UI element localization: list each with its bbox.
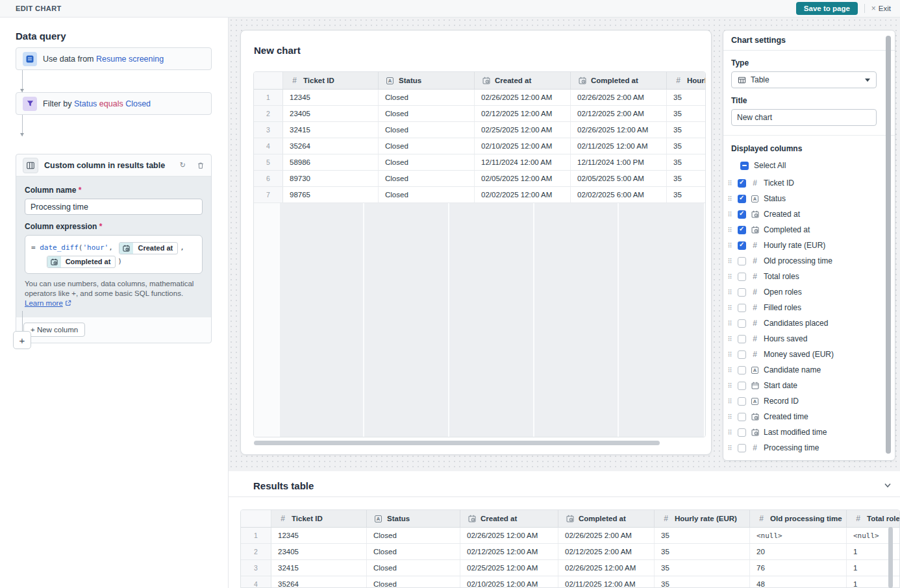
table-row[interactable]: 6 89730 Closed 02/05/2025 12:00 AM 02/05… xyxy=(254,171,705,187)
column-checkbox[interactable] xyxy=(738,273,746,281)
table-row[interactable]: 2 23405 Closed 02/12/2025 12:00 AM 02/12… xyxy=(254,106,705,122)
column-checkbox[interactable] xyxy=(738,428,746,437)
header-completed-at[interactable]: Completed at xyxy=(558,510,655,527)
column-toggle-row[interactable]: ⠿ Start date xyxy=(723,378,895,393)
column-toggle-row[interactable]: ⠿ # Candidates placed xyxy=(723,315,895,331)
column-toggle-row[interactable]: ⠿ A Candidate name xyxy=(723,362,895,378)
column-toggle-row[interactable]: ⠿ Last modified time xyxy=(723,424,895,440)
column-checkbox[interactable] xyxy=(738,195,746,203)
column-checkbox[interactable] xyxy=(738,413,746,421)
column-checkbox[interactable] xyxy=(738,179,746,188)
header-created-at[interactable]: Created at xyxy=(475,72,571,89)
column-toggle-row[interactable]: ⠿ # Ticket ID xyxy=(723,175,895,191)
table-row[interactable]: 4 35264 Closed 02/10/2025 12:00 AM 02/11… xyxy=(254,138,705,154)
column-checkbox[interactable] xyxy=(738,382,746,390)
column-toggle-row[interactable]: ⠿ A Record ID xyxy=(723,393,895,409)
table-row[interactable]: 3 32415 Closed 02/25/2025 12:00 AM 02/26… xyxy=(254,122,705,138)
header-created-at[interactable]: Created at xyxy=(460,510,558,527)
text-icon: A xyxy=(373,515,383,522)
drag-handle-icon[interactable]: ⠿ xyxy=(726,398,734,405)
column-checkbox[interactable] xyxy=(738,397,746,406)
drag-handle-icon[interactable]: ⠿ xyxy=(726,351,734,358)
column-toggle-row[interactable]: ⠿ Created at xyxy=(723,206,895,222)
header-completed-at[interactable]: Completed at xyxy=(571,72,667,89)
drag-handle-icon[interactable]: ⠿ xyxy=(726,273,734,280)
column-name-input[interactable] xyxy=(25,199,203,215)
drag-handle-icon[interactable]: ⠿ xyxy=(726,289,734,296)
settings-scrollbar[interactable] xyxy=(886,36,891,454)
filter-step-card[interactable]: Filter by Status equals Closed xyxy=(16,92,212,115)
header-status[interactable]: AStatus xyxy=(379,72,475,89)
table-row[interactable]: 5 58986 Closed 12/11/2024 12:00 AM 12/11… xyxy=(254,154,705,171)
header-hourly-rate[interactable]: #Hourly rate (EUR) xyxy=(667,72,706,89)
source-step-card[interactable]: Use data from Resume screening xyxy=(16,47,212,70)
add-step-button[interactable]: + xyxy=(13,331,31,349)
column-toggle-row[interactable]: ⠿ # Filled roles xyxy=(723,300,895,315)
refresh-icon[interactable]: ↻ xyxy=(180,161,186,169)
drag-handle-icon[interactable]: ⠿ xyxy=(726,445,734,452)
table-row[interactable]: 7 98765 Closed 02/02/2025 12:00 AM 02/02… xyxy=(254,187,705,203)
table-row[interactable]: 3 32415 Closed 02/25/2025 12:00 AM 02/26… xyxy=(241,560,899,576)
horizontal-scrollbar[interactable] xyxy=(254,441,660,445)
created-at-chip[interactable]: Created at xyxy=(119,242,178,254)
drag-handle-icon[interactable]: ⠿ xyxy=(726,258,734,265)
header-hourly-rate[interactable]: #Hourly rate (EUR) xyxy=(655,510,750,527)
drag-handle-icon[interactable]: ⠿ xyxy=(726,367,734,374)
drag-handle-icon[interactable]: ⠿ xyxy=(726,382,734,389)
column-checkbox[interactable] xyxy=(738,210,746,219)
column-checkbox[interactable] xyxy=(738,226,746,234)
column-checkbox[interactable] xyxy=(738,257,746,265)
column-checkbox[interactable] xyxy=(738,288,746,297)
header-ticket-id[interactable]: #Ticket ID xyxy=(283,72,379,89)
column-toggle-row[interactable]: ⠿ # Total roles xyxy=(723,269,895,284)
select-all-checkbox[interactable] xyxy=(740,162,749,170)
chart-title-input[interactable] xyxy=(731,109,877,126)
completed-at-chip[interactable]: Completed at xyxy=(47,256,116,268)
column-toggle-row[interactable]: ⠿ Completed at xyxy=(723,222,895,238)
chart-type-select[interactable]: Table xyxy=(731,71,877,88)
column-toggle-row[interactable]: ⠿ # Old processing time xyxy=(723,253,895,269)
drag-handle-icon[interactable]: ⠿ xyxy=(726,227,734,234)
drag-handle-icon[interactable]: ⠿ xyxy=(726,211,734,218)
column-toggle-row[interactable]: ⠿ # Open roles xyxy=(723,284,895,300)
drag-handle-icon[interactable]: ⠿ xyxy=(726,320,734,327)
column-toggle-row[interactable]: ⠿ # Hours saved xyxy=(723,331,895,347)
header-total-roles[interactable]: #Total roles xyxy=(847,510,900,527)
new-column-button[interactable]: + New column xyxy=(23,323,85,337)
collapse-chevron-icon[interactable] xyxy=(883,481,892,490)
delete-icon[interactable] xyxy=(197,162,205,169)
drag-handle-icon[interactable]: ⠿ xyxy=(726,429,734,436)
column-toggle-row[interactable]: ⠿ A Status xyxy=(723,191,895,206)
select-all-row[interactable]: Select All xyxy=(723,158,895,173)
drag-handle-icon[interactable]: ⠿ xyxy=(726,304,734,312)
column-checkbox[interactable] xyxy=(738,366,746,374)
header-ticket-id[interactable]: #Ticket ID xyxy=(271,510,367,527)
column-toggle-row[interactable]: ⠿ Created time xyxy=(723,409,895,424)
table-row[interactable]: 4 35264 Closed 02/10/2025 12:00 AM 02/11… xyxy=(241,576,899,588)
column-checkbox[interactable] xyxy=(738,444,746,452)
drag-handle-icon[interactable]: ⠿ xyxy=(726,336,734,343)
table-row[interactable]: 1 12345 Closed 02/26/2025 12:00 AM 02/26… xyxy=(254,90,705,106)
drag-handle-icon[interactable]: ⠿ xyxy=(726,180,734,187)
column-toggle-row[interactable]: ⠿ # Money saved (EUR) xyxy=(723,347,895,362)
drag-handle-icon[interactable]: ⠿ xyxy=(726,195,734,202)
column-toggle-row[interactable]: ⠿ # Hourly rate (EUR) xyxy=(723,238,895,253)
column-toggle-row[interactable]: ⠿ # Processing time xyxy=(723,440,895,456)
column-expression-editor[interactable]: = date_diff('hour', Created at, Complete… xyxy=(25,235,203,274)
results-scrollbar[interactable] xyxy=(888,527,893,588)
column-checkbox[interactable] xyxy=(738,241,746,250)
table-row[interactable]: 2 23405 Closed 02/12/2025 12:00 AM 02/12… xyxy=(241,544,899,560)
drag-handle-icon[interactable]: ⠿ xyxy=(726,413,734,421)
exit-button[interactable]: × Exit xyxy=(871,4,891,13)
column-checkbox[interactable] xyxy=(738,304,746,312)
save-to-page-button[interactable]: Save to page xyxy=(796,2,858,15)
source-link[interactable]: Resume screening xyxy=(96,55,164,64)
column-checkbox[interactable] xyxy=(738,350,746,359)
header-status[interactable]: AStatus xyxy=(367,510,460,527)
table-row[interactable]: 1 12345 Closed 02/26/2025 12:00 AM 02/26… xyxy=(241,528,899,544)
learn-more-link[interactable]: Learn more xyxy=(25,299,63,307)
column-checkbox[interactable] xyxy=(738,319,746,328)
drag-handle-icon[interactable]: ⠿ xyxy=(726,242,734,249)
column-checkbox[interactable] xyxy=(738,335,746,343)
header-old-processing-time[interactable]: #Old processing time xyxy=(750,510,847,527)
